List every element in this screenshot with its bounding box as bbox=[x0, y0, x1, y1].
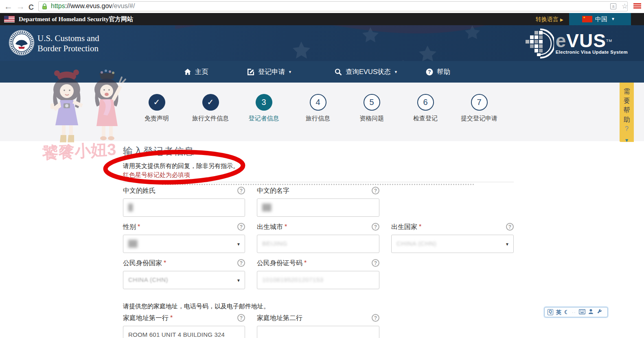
help-tooltip-icon[interactable]: ? bbox=[237, 259, 245, 267]
caret-right-icon: ▶ bbox=[560, 17, 563, 22]
us-flag-icon bbox=[4, 16, 15, 22]
evus-registration-page: ← → C https://www.evus.gov/evus/#/ a ☆ D… bbox=[0, 0, 644, 338]
chrome-menu-icon[interactable] bbox=[633, 3, 641, 9]
gov-banner: Department of Homeland Security官方网站 转换语言… bbox=[0, 13, 644, 25]
address-bar[interactable]: https://www.evus.gov/evus/#/ a ☆ bbox=[38, 1, 628, 11]
help-tooltip-icon[interactable]: ? bbox=[372, 259, 379, 267]
edit-icon bbox=[247, 68, 254, 76]
help-tooltip-icon[interactable]: ? bbox=[237, 314, 245, 322]
page-translate-icon[interactable]: a bbox=[610, 3, 616, 9]
help-tooltip-icon[interactable]: ? bbox=[237, 223, 245, 231]
flag-decor bbox=[175, 25, 493, 61]
ime-settings-wrench-icon[interactable] bbox=[596, 309, 602, 316]
translate-language-button[interactable]: 转换语言 ▶ bbox=[536, 16, 563, 23]
ime-punctuation-icon[interactable]: ·· bbox=[572, 310, 576, 315]
ime-language-mode[interactable]: 英 bbox=[556, 310, 561, 315]
chinese-given-name-input[interactable]: ██ bbox=[257, 198, 379, 217]
china-flag-icon: ★ bbox=[582, 16, 592, 22]
help-tooltip-icon[interactable]: ? bbox=[372, 187, 379, 194]
bookmark-star-icon[interactable]: ☆ bbox=[622, 2, 628, 11]
search-icon bbox=[335, 68, 342, 76]
help-tooltip-icon[interactable]: ? bbox=[506, 223, 514, 231]
step-1-disclaimer[interactable]: ✓免责声明 bbox=[128, 94, 185, 122]
ssl-lock-icon[interactable] bbox=[42, 3, 47, 11]
citizenship-country-select[interactable]: CHINA (CHN)▼ bbox=[123, 271, 245, 289]
caret-down-icon: ▼ bbox=[620, 136, 634, 145]
required-note: 红色星号标记处为必填项 bbox=[123, 171, 190, 179]
evus-globe-icon bbox=[525, 28, 554, 59]
step-3-registrant-info[interactable]: 3登记者信息 bbox=[235, 94, 292, 122]
caret-down-icon: ▼ bbox=[611, 17, 615, 21]
agency-name: U.S. Customs and Border Protection bbox=[37, 33, 99, 54]
field-birth-city: 出生城市* ? BEIJING bbox=[257, 223, 379, 253]
evus-logo: eVUSTM Electronic Visa Update System bbox=[525, 28, 628, 59]
ime-keyboard-icon[interactable] bbox=[579, 309, 585, 316]
field-chinese-surname: 中文的姓氏 ? █ bbox=[123, 187, 245, 217]
birth-city-input[interactable]: BEIJING bbox=[257, 235, 379, 253]
svg-text:?: ? bbox=[428, 69, 431, 75]
main-nav: 主页 登记申请 ▼ 查询EVUS状态 ▼ ? 帮助 bbox=[0, 61, 644, 83]
progress-steps: ✓免责声明 ✓旅行文件信息 3登记者信息 4旅行信息 5资格问题 6检查登记 7… bbox=[0, 83, 644, 141]
address-line2-input[interactable] bbox=[257, 326, 379, 338]
home-icon bbox=[184, 68, 191, 76]
select-caret-icon: ▼ bbox=[237, 278, 241, 283]
locale-selector[interactable]: ★ 中国 ▼ bbox=[569, 13, 631, 25]
nav-home[interactable]: 主页 bbox=[184, 61, 208, 83]
field-address-line1: 家庭地址第一行* ? ROOM 601 UNIT 4 BUILDING 324 … bbox=[123, 314, 245, 338]
field-birth-country: 出生国家* ? CHINA (CHN)▼ bbox=[391, 223, 514, 253]
divider bbox=[123, 182, 514, 182]
step-4-travel-info[interactable]: 4旅行信息 bbox=[289, 94, 346, 122]
browser-reload-icon[interactable]: C bbox=[28, 2, 34, 13]
field-national-id: 公民身份证号码* ? 10108195201207153 bbox=[257, 259, 379, 289]
instruction-text: 请用英文提供所有的回复，除非另有指示。 bbox=[123, 162, 239, 170]
field-citizenship-country: 公民身份国家* ? CHINA (CHN)▼ bbox=[123, 259, 245, 289]
chinese-surname-input[interactable]: █ bbox=[123, 198, 245, 217]
browser-back-icon[interactable]: ← bbox=[4, 1, 13, 12]
help-tooltip-icon[interactable]: ? bbox=[372, 223, 379, 231]
site-header: U.S. Customs and Border Protection bbox=[0, 25, 644, 61]
gov-banner-text: Department of Homeland Security官方网站 bbox=[19, 15, 133, 23]
step-6-review[interactable]: 6检查登记 bbox=[397, 94, 454, 122]
browser-toolbar: ← → C https://www.evus.gov/evus/#/ a ☆ bbox=[0, 0, 644, 13]
ime-user-icon[interactable] bbox=[588, 309, 594, 316]
caret-down-icon: ▼ bbox=[394, 70, 398, 74]
watermark-text: 饕餮小妞3 bbox=[41, 140, 116, 162]
birth-country-select[interactable]: CHINA (CHN)▼ bbox=[391, 235, 514, 253]
help-circle-icon: ? bbox=[426, 68, 433, 76]
select-caret-icon: ▼ bbox=[505, 242, 509, 246]
caret-down-icon: ▼ bbox=[288, 70, 292, 74]
step-7-submit[interactable]: 7提交登记申请 bbox=[451, 94, 508, 122]
nav-register[interactable]: 登记申请 ▼ bbox=[247, 61, 292, 83]
browser-forward-icon[interactable]: → bbox=[16, 1, 25, 12]
dhs-seal-logo bbox=[8, 29, 35, 58]
address-section-intro: 请提供您的家庭地址，电话号码，以及电子邮件地址。 bbox=[123, 303, 269, 310]
help-tooltip-icon[interactable]: ? bbox=[237, 187, 245, 194]
address-line1-input[interactable]: ROOM 601 UNIT 4 BUILDING 324 AREA B CH bbox=[123, 326, 245, 338]
nav-check-status[interactable]: 查询EVUS状态 ▼ bbox=[335, 61, 398, 83]
ime-halfwidth-moon-icon[interactable]: ☾ bbox=[564, 310, 569, 315]
select-caret-icon: ▼ bbox=[237, 242, 241, 246]
step-2-travel-document[interactable]: ✓旅行文件信息 bbox=[182, 94, 239, 122]
field-chinese-given-name: 中文的名字 ? ██ bbox=[257, 187, 379, 217]
step-connector bbox=[162, 184, 474, 185]
help-tooltip-icon[interactable]: ? bbox=[372, 314, 379, 322]
url-text: https://www.evus.gov/evus/#/ bbox=[51, 2, 135, 10]
ime-toolbar[interactable]: Q 英 ☾ ·· bbox=[544, 307, 608, 317]
step-5-eligibility[interactable]: 5资格问题 bbox=[343, 94, 400, 122]
locale-label: 中国 bbox=[595, 15, 607, 23]
field-gender: 性别* ? ██▼ bbox=[123, 223, 245, 253]
page-title: 输入登记者信息 bbox=[123, 145, 194, 158]
need-help-tab[interactable]: 需 要 帮 助 ? ▼ bbox=[620, 83, 634, 142]
ime-logo-icon[interactable]: Q bbox=[548, 309, 553, 315]
nav-help[interactable]: ? 帮助 bbox=[426, 61, 450, 83]
gender-select[interactable]: ██▼ bbox=[123, 235, 245, 253]
national-id-input[interactable]: 10108195201207153 bbox=[257, 271, 379, 289]
field-address-line2: 家庭地址第二行 ? bbox=[257, 314, 379, 338]
